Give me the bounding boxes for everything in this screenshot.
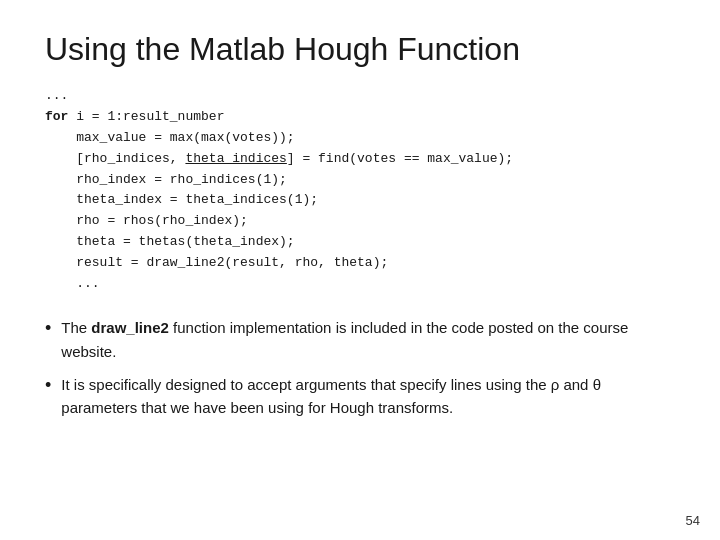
page-number: 54 — [686, 513, 700, 528]
code-line-4: [rho_indices, theta_indices] = find(vote… — [45, 149, 675, 170]
slide: Using the Matlab Hough Function ... for … — [0, 0, 720, 540]
bullets-section: • The draw_line2 function implementation… — [45, 316, 675, 429]
bullet-dot-1: • — [45, 316, 51, 341]
theta-indices-highlight: theta_indices — [185, 151, 286, 166]
bullet-text-1: The draw_line2 function implementation i… — [61, 316, 675, 363]
keyword-for: for — [45, 109, 68, 124]
code-line-3: max_value = max(max(votes)); — [45, 128, 675, 149]
code-line-5: rho_index = rho_indices(1); — [45, 170, 675, 191]
slide-title: Using the Matlab Hough Function — [45, 30, 675, 68]
code-block: ... for i = 1:result_number max_value = … — [45, 86, 675, 294]
code-line-8: theta = thetas(theta_index); — [45, 232, 675, 253]
bullet-dot-2: • — [45, 373, 51, 398]
code-line-2: for i = 1:result_number — [45, 107, 675, 128]
bullet-item-1: • The draw_line2 function implementation… — [45, 316, 675, 363]
code-line-1: ... — [45, 86, 675, 107]
bullet-text-2: It is specifically designed to accept ar… — [61, 373, 675, 420]
code-line-9: result = draw_line2(result, rho, theta); — [45, 253, 675, 274]
code-line-6: theta_index = theta_indices(1); — [45, 190, 675, 211]
code-line-10: ... — [45, 274, 675, 295]
bullet-item-2: • It is specifically designed to accept … — [45, 373, 675, 420]
bold-draw-line2: draw_line2 — [91, 319, 169, 336]
code-line-7: rho = rhos(rho_index); — [45, 211, 675, 232]
